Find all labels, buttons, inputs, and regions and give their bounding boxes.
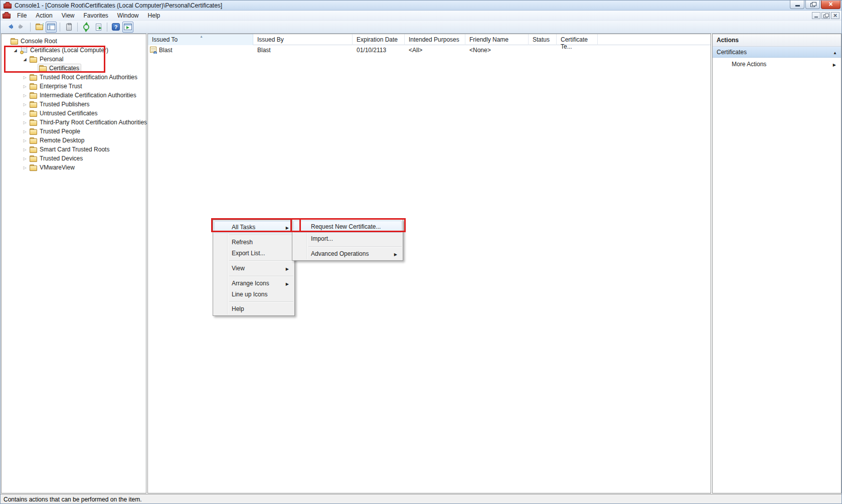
column-header-expiration-date[interactable]: Expiration Date	[353, 34, 405, 45]
menu-item-label: Refresh	[232, 239, 253, 246]
folder-icon	[30, 119, 37, 126]
help-button[interactable]: ?	[110, 22, 121, 33]
tree-item-third-party-root-certification-authorities[interactable]: ▷Third-Party Root Certification Authorit…	[2, 118, 146, 127]
certificate-row-blast[interactable]: BlastBlast01/10/2113<All><None>	[148, 45, 711, 55]
tree-item-smart-card-trusted-roots[interactable]: ▷Smart Card Trusted Roots	[2, 145, 146, 154]
mdi-restore-button[interactable]	[821, 12, 830, 19]
column-header-friendly-name[interactable]: Friendly Name	[465, 34, 529, 45]
console-tree-pane: Console Root◢Certificates (Local Compute…	[1, 34, 146, 493]
tree-expander-icon[interactable]: ▷	[22, 129, 28, 134]
show-hide-action-pane-button[interactable]	[122, 22, 133, 33]
tree-item-trusted-publishers[interactable]: ▷Trusted Publishers	[2, 100, 146, 109]
tree-item-vmwareview[interactable]: ▷VMwareView	[2, 163, 146, 172]
window-title: Console1 - [Console Root\Certificates (L…	[15, 2, 222, 9]
menu-item-label: Request New Certificate...	[311, 223, 381, 230]
certificate-icon	[149, 47, 157, 54]
tree-node-body: Trusted Publishers	[28, 100, 92, 109]
submenu-item-import[interactable]: Import...	[293, 233, 402, 245]
column-header-status[interactable]: Status	[529, 34, 557, 45]
tree-expander-icon[interactable]: ▷	[22, 102, 28, 107]
menu-item-label: Line up Icons	[232, 291, 267, 298]
column-header-label: Issued To	[152, 36, 178, 43]
tree-item-remote-desktop[interactable]: ▷Remote Desktop	[2, 136, 146, 145]
cell-text: Blast	[257, 47, 271, 54]
tree-item-certificates[interactable]: Certificates	[2, 64, 146, 73]
submenu-item-request-new-certificate[interactable]: Request New Certificate...	[293, 221, 402, 233]
export-list-button[interactable]	[93, 22, 104, 33]
column-header-issued-to[interactable]: Issued To▴	[148, 34, 253, 45]
tree-node-body: VMwareView	[28, 163, 77, 172]
tree-expander-icon[interactable]: ▷	[22, 156, 28, 161]
tree-expander-icon[interactable]: ▷	[22, 84, 28, 89]
tree-expander-icon[interactable]: ◢	[22, 57, 28, 62]
menu-separator	[308, 246, 402, 247]
menu-help[interactable]: Help	[143, 11, 165, 20]
tree-expander-icon[interactable]: ▷	[22, 138, 28, 143]
menu-item-label: Arrange Icons	[232, 280, 269, 287]
column-header-certificate-te[interactable]: Certificate Te...	[557, 34, 598, 45]
up-one-level-button[interactable]: ↑	[34, 22, 45, 33]
folder-icon	[30, 92, 37, 99]
actions-group-certificates[interactable]: Certificates	[713, 47, 841, 58]
tree-item-untrusted-certificates[interactable]: ▷Untrusted Certificates	[2, 109, 146, 118]
console-child-icon[interactable]	[3, 12, 11, 19]
minimize-button[interactable]	[790, 1, 804, 9]
cell-text: <All>	[409, 47, 422, 54]
close-button[interactable]	[821, 1, 840, 9]
paste-button[interactable]	[63, 22, 74, 33]
show-hide-console-tree-button[interactable]	[46, 22, 57, 33]
tree-expander-icon[interactable]: ▷	[22, 120, 28, 125]
tree-expander-icon[interactable]: ▷	[22, 165, 28, 170]
menu-item-view[interactable]: View	[214, 262, 293, 274]
menu-file[interactable]: File	[13, 11, 31, 20]
up-one-level-icon: ↑	[36, 24, 43, 30]
tree-expander-icon[interactable]: ▷	[22, 147, 28, 152]
actions-pane: Actions Certificates More Actions	[712, 34, 841, 493]
show-hide-action-pane-icon	[124, 24, 132, 30]
mdi-minimize-button[interactable]	[812, 12, 820, 19]
tree-item-personal[interactable]: ◢Personal	[2, 55, 146, 64]
tree-node-body: Trusted Devices	[28, 154, 85, 163]
menu-action[interactable]: Action	[31, 11, 57, 20]
tree-expander-icon[interactable]: ▷	[22, 111, 28, 116]
tree-item-intermediate-certification-authorities[interactable]: ▷Intermediate Certification Authorities	[2, 91, 146, 100]
refresh-button[interactable]	[81, 22, 92, 33]
tree-item-label: Smart Card Trusted Roots	[40, 146, 109, 153]
menu-item-help[interactable]: Help	[214, 303, 293, 314]
menu-item-refresh[interactable]: Refresh	[214, 237, 293, 248]
menu-view[interactable]: View	[57, 11, 79, 20]
help-icon: ?	[112, 23, 120, 31]
menu-item-all-tasks[interactable]: All Tasks	[214, 221, 293, 233]
toolbar-separator	[107, 23, 107, 32]
tree-item-certificates-local-computer[interactable]: ◢Certificates (Local Computer)	[2, 46, 146, 55]
menu-items: FileActionViewFavoritesWindowHelp	[13, 11, 164, 20]
tree-item-console-root[interactable]: Console Root	[2, 37, 146, 46]
toolbar-separator	[77, 23, 78, 32]
tree-item-label: Console Root	[21, 38, 57, 45]
column-header-intended-purposes[interactable]: Intended Purposes	[405, 34, 465, 45]
tree-expander-icon[interactable]: ▷	[22, 75, 28, 80]
tree-item-trusted-people[interactable]: ▷Trusted People	[2, 127, 146, 136]
tree-expander-icon[interactable]: ◢	[12, 48, 19, 53]
tree-node-body: Certificates	[38, 64, 81, 73]
restore-button[interactable]	[805, 1, 820, 9]
submenu-item-advanced-operations[interactable]: Advanced Operations	[293, 248, 402, 259]
collapse-arrow-icon[interactable]	[833, 49, 837, 56]
cell-issued-to: Blast	[148, 47, 253, 54]
back-button[interactable]	[4, 22, 15, 33]
forward-button[interactable]	[16, 22, 27, 33]
menu-item-line-up-icons[interactable]: Line up Icons	[214, 289, 293, 300]
tree-expander-icon[interactable]: ▷	[22, 93, 28, 98]
menu-window[interactable]: Window	[113, 11, 143, 20]
menu-item-arrange-icons[interactable]: Arrange Icons	[214, 278, 293, 289]
tree-item-enterprise-trust[interactable]: ▷Enterprise Trust	[2, 82, 146, 91]
column-header-issued-by[interactable]: Issued By	[253, 34, 353, 45]
more-actions-item[interactable]: More Actions	[713, 58, 841, 71]
column-header-label: Expiration Date	[357, 36, 398, 43]
menu-favorites[interactable]: Favorites	[79, 11, 113, 20]
tree-item-trusted-devices[interactable]: ▷Trusted Devices	[2, 154, 146, 163]
tree-node-body: Intermediate Certification Authorities	[28, 91, 138, 100]
mdi-close-button[interactable]	[831, 12, 839, 19]
menu-item-export-list[interactable]: Export List...	[214, 248, 293, 259]
tree-item-trusted-root-certification-authorities[interactable]: ▷Trusted Root Certification Authorities	[2, 73, 146, 82]
